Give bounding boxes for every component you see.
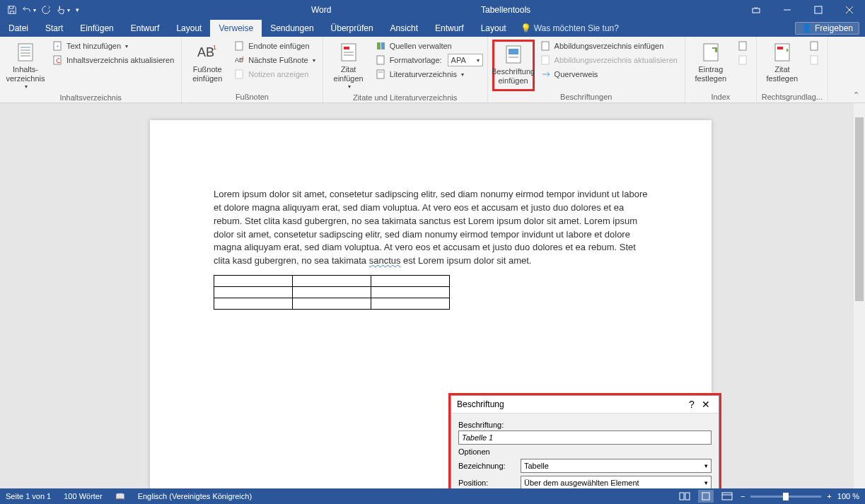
tab-insert[interactable]: Einfügen xyxy=(71,20,122,37)
zoom-slider[interactable] xyxy=(750,496,821,498)
tab-table-layout[interactable]: Layout xyxy=(472,20,515,37)
update-tof-icon xyxy=(540,54,552,66)
svg-rect-43 xyxy=(722,493,732,500)
insert-toa-button[interactable] xyxy=(806,40,823,52)
group-authorities-label: Rechtsgrundlag... xyxy=(761,91,823,101)
ribbon-options-button[interactable] xyxy=(741,0,772,20)
position-label: Position: xyxy=(458,479,515,487)
svg-rect-20 xyxy=(344,47,349,49)
table-row[interactable] xyxy=(214,298,450,310)
ribbon-collapse-button[interactable]: ⌃ xyxy=(828,37,865,102)
tab-view[interactable]: Ansicht xyxy=(382,20,426,37)
web-layout-button[interactable] xyxy=(719,490,735,503)
insert-citation-button[interactable]: Zitat einfügen▾ xyxy=(327,40,370,92)
insert-tof-button[interactable]: Abbildungsverzeichnis einfügen xyxy=(538,40,680,52)
tab-references[interactable]: Verweise xyxy=(210,20,262,37)
toc-button[interactable]: Inhalts- verzeichnis▾ xyxy=(4,40,47,92)
share-button[interactable]: 👤 Freigeben xyxy=(795,22,859,35)
next-footnote-button[interactable]: AB1Nächste Fußnote▾ xyxy=(231,54,318,66)
vertical-scrollbar[interactable] xyxy=(854,103,865,488)
mark-citation-button[interactable]: Zitat festlegen xyxy=(761,40,803,91)
position-combo[interactable]: Über dem ausgewählten Element▾ xyxy=(521,476,712,488)
zoom-in-button[interactable]: + xyxy=(827,492,831,500)
tab-design[interactable]: Entwurf xyxy=(122,20,168,37)
dialog-titlebar[interactable]: Beschriftung ? ✕ xyxy=(451,396,719,414)
svg-rect-24 xyxy=(381,42,385,49)
tab-mailings[interactable]: Sendungen xyxy=(262,20,322,37)
page-indicator[interactable]: Seite 1 von 1 xyxy=(6,492,51,500)
tab-home[interactable]: Start xyxy=(37,20,71,37)
dialog-close-button[interactable]: ✕ xyxy=(699,399,713,410)
help-button[interactable]: ? xyxy=(685,399,699,410)
tab-table-design[interactable]: Entwurf xyxy=(426,20,472,37)
zoom-out-button[interactable]: − xyxy=(741,492,745,500)
read-mode-button[interactable] xyxy=(677,490,692,503)
tab-file[interactable]: Datei xyxy=(0,20,37,37)
update-tof-button[interactable]: Abbildungsverzeichnis aktualisieren xyxy=(538,54,680,66)
style-icon xyxy=(376,54,387,66)
group-authorities: Zitat festlegen Rechtsgrundlag... xyxy=(757,37,828,102)
update-toc-button[interactable]: Inhaltsverzeichnis aktualisieren xyxy=(50,54,177,66)
tab-layout[interactable]: Layout xyxy=(168,20,210,37)
mark-entry-icon xyxy=(699,41,722,64)
update-index-icon xyxy=(738,54,749,66)
word-count[interactable]: 100 Wörter xyxy=(64,492,102,500)
caption-dialog: Beschriftung ? ✕ Beschriftung: Optionen … xyxy=(451,395,719,488)
citation-icon xyxy=(337,41,360,64)
title-bar: ▾ ▾ ▾ Word Tabellentools xyxy=(0,0,865,20)
svg-text:+: + xyxy=(56,43,59,49)
svg-rect-35 xyxy=(739,56,746,64)
insert-caption-button[interactable]: Beschriftung einfügen xyxy=(492,40,535,91)
insert-index-button[interactable] xyxy=(735,40,752,52)
caption-icon xyxy=(502,43,525,66)
table-row[interactable] xyxy=(214,287,450,298)
show-notes-button[interactable]: Notizen anzeigen xyxy=(231,68,318,81)
proofing-icon[interactable]: 📖 xyxy=(115,492,125,501)
cross-reference-button[interactable]: Querverweis xyxy=(538,68,680,81)
close-button[interactable] xyxy=(834,0,865,20)
touch-mode-button[interactable]: ▾ xyxy=(55,2,71,18)
tell-me-search[interactable]: 💡 Was möchten Sie tun? xyxy=(521,20,619,37)
svg-rect-18 xyxy=(236,70,243,78)
save-button[interactable] xyxy=(4,2,20,18)
endnote-icon xyxy=(234,40,245,52)
insert-footnote-button[interactable]: AB1 Fußnote einfügen xyxy=(186,40,228,91)
manage-sources-button[interactable]: Quellen verwalten xyxy=(373,40,483,52)
minimize-button[interactable] xyxy=(772,0,803,20)
scrollbar-thumb[interactable] xyxy=(855,117,864,301)
style-combo[interactable]: APA▾ xyxy=(448,54,483,66)
insert-endnote-button[interactable]: Endnote einfügen xyxy=(231,40,318,52)
footnote-label: Fußnote einfügen xyxy=(192,65,222,83)
svg-text:AB: AB xyxy=(197,45,214,59)
add-text-button[interactable]: +Text hinzufügen▾ xyxy=(50,40,177,52)
update-index-button[interactable] xyxy=(735,54,752,66)
caption-input[interactable] xyxy=(458,430,712,445)
update-toa-button[interactable] xyxy=(806,54,823,66)
update-toa-icon xyxy=(809,54,820,66)
paragraph[interactable]: Lorem ipsum dolor sit amet, consetetur s… xyxy=(214,188,648,268)
svg-rect-41 xyxy=(685,493,690,500)
svg-rect-34 xyxy=(739,42,746,50)
label-combo[interactable]: Tabelle▾ xyxy=(521,459,712,473)
quick-access-toolbar: ▾ ▾ ▾ xyxy=(0,2,82,18)
spelling-error[interactable]: sanctus xyxy=(369,255,401,266)
language-indicator[interactable]: Englisch (Vereinigtes Königreich) xyxy=(138,492,252,500)
svg-text:1: 1 xyxy=(242,56,245,60)
svg-rect-40 xyxy=(680,493,684,500)
redo-button[interactable] xyxy=(38,2,54,18)
maximize-button[interactable] xyxy=(803,0,834,20)
zoom-level[interactable]: 100 % xyxy=(837,492,859,500)
print-layout-button[interactable] xyxy=(698,490,714,503)
crossref-icon xyxy=(540,69,552,80)
bibliography-button[interactable]: Literaturverzeichnis▾ xyxy=(373,68,483,81)
insert-toa-icon xyxy=(809,40,820,52)
qat-customize-button[interactable]: ▾ xyxy=(72,2,82,18)
update-toc-icon xyxy=(52,54,64,66)
group-citations-label: Zitate und Literaturverzeichnis xyxy=(327,92,483,102)
table-row[interactable] xyxy=(214,276,450,287)
undo-button[interactable]: ▾ xyxy=(21,2,37,18)
document-table[interactable] xyxy=(214,275,450,310)
group-captions-label: Beschriftungen xyxy=(492,91,680,101)
tab-review[interactable]: Überprüfen xyxy=(323,20,382,37)
mark-entry-button[interactable]: Eintrag festlegen xyxy=(690,40,732,91)
